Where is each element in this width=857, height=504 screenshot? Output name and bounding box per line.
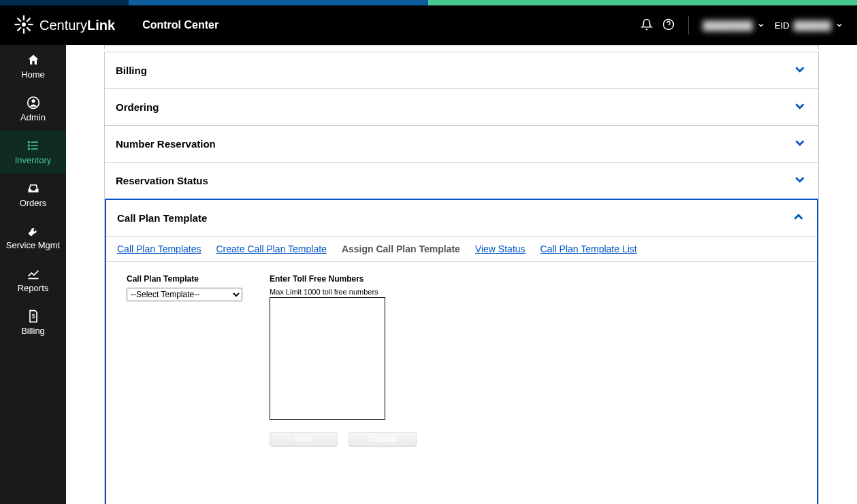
- svg-point-12: [31, 99, 35, 103]
- sidebar-item-home[interactable]: Home: [0, 45, 66, 88]
- subtab-create-call-plan-template[interactable]: Create Call Plan Template: [216, 243, 326, 254]
- accordion-row-number-reservation[interactable]: Number Reservation: [105, 125, 818, 162]
- field-sublabel: Max Limit 1000 toll free numbers: [270, 288, 417, 296]
- svg-rect-8: [26, 27, 31, 31]
- svg-point-16: [28, 141, 29, 143]
- svg-rect-1: [23, 15, 25, 20]
- sidebar-item-label: Orders: [20, 198, 47, 208]
- svg-rect-6: [17, 27, 22, 31]
- stripe-segment: [129, 0, 429, 5]
- app-title: Control Center: [142, 19, 219, 31]
- bell-icon[interactable]: [641, 18, 653, 33]
- button-row: Next Cancel: [270, 432, 417, 447]
- svg-point-18: [28, 148, 29, 150]
- invoice-icon: $: [27, 309, 40, 323]
- sidebar-item-label: Billing: [21, 326, 45, 336]
- sidebar-item-orders[interactable]: Orders: [0, 173, 66, 216]
- sidebar-item-service-mgmt[interactable]: Service Mgmt: [0, 216, 66, 258]
- svg-rect-2: [23, 29, 25, 34]
- home-icon: [27, 53, 40, 67]
- brand-stripe: [0, 0, 857, 5]
- panel-body: Call Plan Template --Select Template-- E…: [106, 262, 817, 504]
- svg-rect-3: [15, 23, 20, 24]
- accordion-row-ordering[interactable]: Ordering: [105, 88, 818, 125]
- subtab-call-plan-template-list[interactable]: Call Plan Template List: [540, 243, 637, 254]
- eid-value-obscured: ██████: [794, 20, 831, 31]
- sidebar-item-inventory[interactable]: Inventory: [0, 131, 66, 173]
- subtab-assign-call-plan-template[interactable]: Assign Call Plan Template: [342, 243, 460, 254]
- chevron-down-icon: [792, 99, 807, 116]
- accordion-top-sliver: [104, 45, 819, 49]
- header-actions: ████████ EID ██████: [641, 16, 843, 35]
- brand-logo[interactable]: CenturyLink: [14, 14, 115, 37]
- subtab-call-plan-templates[interactable]: Call Plan Templates: [117, 243, 201, 254]
- next-button[interactable]: Next: [270, 432, 338, 447]
- accordion-row-reservation-status[interactable]: Reservation Status: [105, 162, 818, 199]
- chevron-up-icon: [791, 209, 806, 226]
- starburst-icon: [14, 14, 34, 37]
- cancel-button[interactable]: Cancel: [349, 432, 417, 447]
- help-icon[interactable]: [662, 18, 675, 33]
- chevron-down-icon: [792, 62, 807, 79]
- wrench-icon: [27, 224, 40, 238]
- accordion: Billing Ordering Number Reservation Rese…: [104, 52, 819, 504]
- accordion-label: Number Reservation: [116, 138, 216, 150]
- chevron-down-icon: [835, 21, 843, 29]
- sidebar-item-label: Inventory: [15, 155, 51, 165]
- svg-rect-4: [28, 23, 33, 24]
- subtab-bar: Call Plan Templates Create Call Plan Tem…: [106, 236, 817, 262]
- accordion-row-billing[interactable]: Billing: [105, 52, 818, 88]
- sidebar-item-label: Admin: [20, 112, 46, 122]
- sidebar-item-label: Reports: [18, 283, 49, 293]
- sidebar-item-label: Service Mgmt: [6, 241, 60, 250]
- stripe-segment: [428, 0, 857, 5]
- subtab-view-status[interactable]: View Status: [475, 243, 525, 254]
- chevron-down-icon: [757, 21, 765, 29]
- call-plan-template-field: Call Plan Template --Select Template--: [127, 274, 242, 480]
- sidebar-item-billing[interactable]: $ Billing: [0, 301, 66, 344]
- field-label: Call Plan Template: [127, 274, 242, 284]
- main-content: Billing Ordering Number Reservation Rese…: [66, 45, 857, 504]
- sidebar-item-label: Home: [21, 69, 45, 80]
- accordion-label: Call Plan Template: [117, 212, 207, 224]
- svg-rect-5: [26, 17, 31, 22]
- chart-icon: [27, 267, 40, 280]
- user-circle-icon: [27, 96, 40, 110]
- inbox-icon: [27, 182, 40, 195]
- app-header: CenturyLink Control Center ████████ EID …: [0, 5, 857, 45]
- sidebar-item-admin[interactable]: Admin: [0, 88, 66, 131]
- accordion-label: Billing: [116, 65, 147, 76]
- accordion-label: Reservation Status: [116, 175, 208, 186]
- sidebar: Home Admin Inventory Orders Service Mgmt…: [0, 45, 66, 504]
- chevron-down-icon: [792, 135, 807, 152]
- stripe-segment: [0, 0, 129, 5]
- chevron-down-icon: [792, 172, 807, 189]
- accordion-label: Ordering: [116, 101, 159, 113]
- brand-text: CenturyLink: [39, 18, 115, 33]
- toll-free-numbers-field: Enter Toll Free Numbers Max Limit 1000 t…: [270, 274, 417, 480]
- user-name-obscured: ████████: [702, 20, 753, 31]
- svg-point-17: [28, 145, 29, 146]
- sidebar-item-reports[interactable]: Reports: [0, 258, 66, 301]
- list-icon: [27, 139, 40, 152]
- template-select[interactable]: --Select Template--: [127, 288, 242, 301]
- svg-text:$: $: [31, 314, 35, 320]
- toll-free-numbers-textarea[interactable]: [270, 297, 385, 420]
- svg-point-0: [22, 22, 26, 27]
- eid-label: EID: [775, 20, 790, 31]
- accordion-row-call-plan-template[interactable]: Call Plan Template: [106, 200, 817, 236]
- field-label: Enter Toll Free Numbers: [270, 274, 417, 284]
- user-menu[interactable]: ████████: [702, 20, 765, 31]
- separator: [688, 16, 689, 35]
- accordion-panel-call-plan-template: Call Plan Template Call Plan Templates C…: [105, 199, 818, 504]
- svg-rect-7: [17, 17, 22, 22]
- eid-menu[interactable]: EID ██████: [775, 20, 843, 31]
